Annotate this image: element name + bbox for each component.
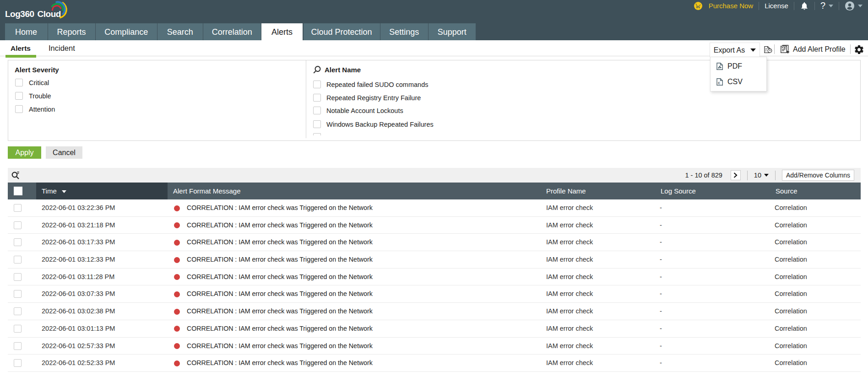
svg-text:c: c	[718, 81, 720, 85]
